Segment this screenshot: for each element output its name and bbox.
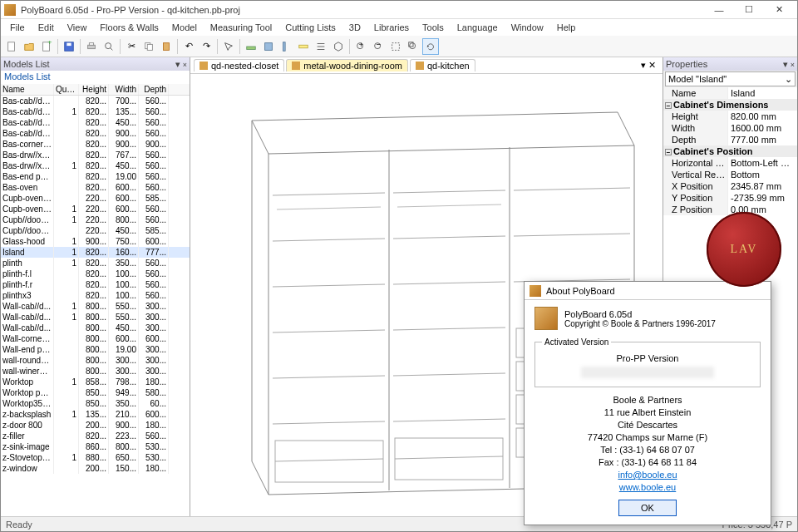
menu-measuring-tool[interactable]: Measuring Tool [204, 21, 278, 34]
cube-icon[interactable] [330, 38, 347, 55]
panel-icon[interactable] [278, 38, 294, 55]
minimize-button[interactable]: — [704, 2, 734, 18]
tabs-close-icon[interactable]: ▾ ✕ [638, 60, 659, 71]
property-section[interactable]: −Cabinet's Position [663, 145, 797, 157]
table-row[interactable]: Wall-end pa...800...19.00300... [1, 344, 190, 355]
table-row[interactable]: Glass-hood1900...750...600... [1, 236, 190, 247]
table-row[interactable]: z-backsplash1135...210...600... [1, 409, 190, 420]
rotate-icon[interactable] [422, 38, 439, 55]
table-row[interactable]: Bas-cab//do...820...450...560... [1, 117, 190, 128]
property-row[interactable]: Depth777.00 mm [663, 134, 797, 145]
property-row[interactable]: Height820.00 mm [663, 111, 797, 122]
table-row[interactable]: Cupb//door-...1220...800...560... [1, 214, 190, 225]
about-email-link[interactable]: info@boole.eu [618, 470, 677, 480]
print-icon[interactable] [83, 38, 100, 55]
table-row[interactable]: Cupb-oven/...1220...600...560... [1, 204, 190, 214]
menu--d[interactable]: 3D [343, 21, 367, 34]
zoom-window-icon[interactable] [405, 38, 421, 55]
panel-close-icon[interactable]: × [183, 61, 187, 69]
property-row[interactable]: Width1600.00 mm [663, 122, 797, 134]
copy-icon[interactable] [140, 38, 157, 55]
zoom-in-icon[interactable]: + [352, 38, 369, 55]
menu-floors-walls[interactable]: Floors & Walls [94, 21, 165, 34]
table-row[interactable]: Worktop3500850...350...60... [1, 398, 190, 409]
table-row[interactable]: Wall-cab//d...800...450...300... [1, 323, 190, 333]
table-row[interactable]: plinth-f.l820...100...560... [1, 268, 190, 279]
table-row[interactable]: Wall-corner/...800...600...600... [1, 333, 190, 344]
open-icon[interactable] [21, 38, 37, 55]
table-row[interactable]: Bas-cab//do...1820...135...560... [1, 106, 190, 117]
tab-metal-wood-dining-room[interactable]: metal-wood-dining-room [286, 59, 408, 71]
list-icon[interactable] [313, 38, 329, 55]
menu-edit[interactable]: Edit [32, 21, 60, 34]
menu-view[interactable]: View [62, 21, 93, 34]
menu-file[interactable]: File [4, 21, 31, 34]
menu-language[interactable]: Language [451, 21, 504, 34]
table-row[interactable]: Bas-end panel820...19.00560... [1, 171, 190, 182]
menu-window[interactable]: Window [505, 21, 549, 34]
property-row[interactable]: Horizontal R...Bottom-Left Corner [663, 157, 797, 169]
table-row[interactable]: z-window200...150...180... [1, 463, 190, 474]
redo-icon[interactable]: ↷ [198, 38, 214, 55]
select-icon[interactable] [220, 38, 237, 55]
paste-icon[interactable] [158, 38, 175, 55]
pin-icon[interactable]: ▾ [783, 59, 788, 69]
maximize-button[interactable]: ☐ [734, 2, 764, 18]
table-row[interactable]: wall-winerack800...300...300... [1, 366, 190, 377]
tab-qd-kitchen[interactable]: qd-kitchen [410, 59, 475, 71]
cabinet-icon[interactable] [260, 38, 277, 55]
save-icon[interactable] [61, 38, 77, 55]
zoom-fit-icon[interactable] [387, 38, 404, 55]
models-list-tab[interactable]: Models List [1, 71, 190, 84]
table-row[interactable]: plinth1820...350...560... [1, 258, 190, 268]
print-preview-icon[interactable] [101, 38, 117, 55]
table-row[interactable]: Bas-drw//x3...820...767...560... [1, 150, 190, 160]
table-row[interactable]: Bas-cab//do...820...700...560... [1, 96, 190, 106]
new-icon[interactable] [3, 38, 20, 55]
cut-icon[interactable]: ✂ [123, 38, 140, 55]
ruler-icon[interactable] [295, 38, 312, 55]
table-row[interactable]: z-Stovetop p...1880...650...530... [1, 452, 190, 463]
table-row[interactable]: z-sink-image860...800...530... [1, 441, 190, 452]
tab-qd-nested-closet[interactable]: qd-nested-closet [194, 59, 284, 71]
table-row[interactable]: Bas-oven820...600...560... [1, 182, 190, 193]
pin-icon[interactable]: ▾ [175, 59, 180, 69]
menu-tools[interactable]: Tools [416, 21, 450, 34]
col-name[interactable]: Name [1, 84, 54, 95]
close-button[interactable]: ✕ [764, 2, 794, 18]
table-row[interactable]: z-door 800200...900...180... [1, 420, 190, 431]
table-row[interactable]: Bas-corner/...820...900...900... [1, 139, 190, 150]
menu-model[interactable]: Model [166, 21, 203, 34]
table-row[interactable]: Wall-cab//d...1800...550...300... [1, 301, 190, 312]
table-row[interactable]: Cupb//door-...220...450...585... [1, 225, 190, 236]
new-model-icon[interactable]: + [38, 38, 55, 55]
table-row[interactable]: wall-round-she800...300...300... [1, 355, 190, 366]
floor-icon[interactable] [243, 38, 259, 55]
about-web-link[interactable]: www.boole.eu [619, 482, 677, 492]
col-width[interactable]: Width [109, 84, 139, 95]
panel-close-icon[interactable]: × [791, 61, 795, 69]
table-row[interactable]: plinth-f.r820...100...560... [1, 279, 190, 290]
menu-help[interactable]: Help [551, 21, 582, 34]
table-row[interactable]: Worktop1858...798...180... [1, 377, 190, 387]
table-row[interactable]: Island1820...160...777... [1, 247, 190, 258]
col-height[interactable]: Height [79, 84, 109, 95]
col-quantity[interactable]: Quantity [54, 84, 79, 95]
table-row[interactable]: plinthx3820...100...560... [1, 290, 190, 301]
model-selector[interactable]: Model "Island"⌄ [665, 71, 796, 86]
table-row[interactable]: Cupb-oven/...220...600...585... [1, 193, 190, 204]
property-section[interactable]: −Cabinet's Dimensions [663, 99, 797, 111]
undo-icon[interactable]: ↶ [180, 38, 197, 55]
zoom-out-icon[interactable]: − [370, 38, 387, 55]
menu-cutting-lists[interactable]: Cutting Lists [279, 21, 342, 34]
table-row[interactable]: Worktop p850850...949...580... [1, 387, 190, 398]
table-row[interactable]: Bas-cab//do...820...900...560... [1, 128, 190, 139]
table-row[interactable]: Wall-cab//d...1800...550...300... [1, 312, 190, 323]
menu-libraries[interactable]: Libraries [368, 21, 415, 34]
models-list[interactable]: Bas-cab//do...820...700...560...Bas-cab/… [1, 96, 190, 516]
property-row[interactable]: X Position2345.87 mm [663, 180, 797, 192]
col-depth[interactable]: Depth [139, 84, 169, 95]
ok-button[interactable]: OK [618, 500, 677, 516]
table-row[interactable]: z-filler820...223...560... [1, 431, 190, 441]
property-row[interactable]: NameIsland [663, 87, 797, 99]
